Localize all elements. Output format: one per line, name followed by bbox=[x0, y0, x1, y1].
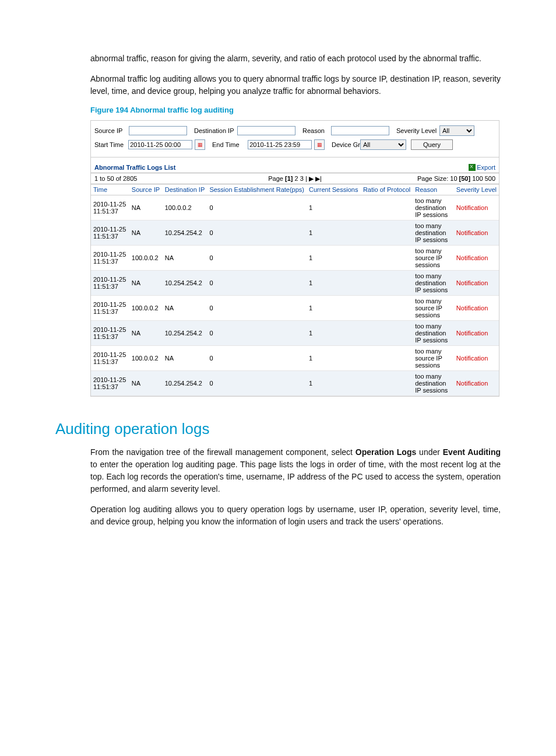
screenshot-abnormal-traffic-log: Source IP Destination IP Reason Severity… bbox=[90, 120, 499, 397]
cell-time: 2010-11-2511:51:37 bbox=[91, 220, 129, 246]
device-group-label: Device Group bbox=[327, 141, 358, 148]
reason-input[interactable] bbox=[331, 126, 389, 135]
col-sessions[interactable]: Current Sessions bbox=[307, 184, 361, 195]
col-source-ip[interactable]: Source IP bbox=[129, 184, 163, 195]
pager-page-1[interactable]: [1] bbox=[285, 175, 293, 182]
cell-sessions: 1 bbox=[307, 246, 361, 271]
cell-time: 2010-11-2511:51:37 bbox=[91, 271, 129, 296]
cell-severity: Notification bbox=[454, 321, 499, 346]
section-heading-auditing-operation-logs: Auditing operation logs bbox=[55, 420, 501, 438]
cell-dest-ip: 100.0.0.2 bbox=[163, 195, 207, 220]
page-size-500[interactable]: 500 bbox=[485, 175, 495, 182]
page-size-50[interactable]: [50] bbox=[459, 175, 471, 182]
pager-page-3[interactable]: 3 bbox=[300, 175, 304, 182]
start-time-input[interactable] bbox=[128, 140, 192, 149]
cell-reason: too many destination IP sessions bbox=[413, 371, 454, 396]
cell-sessions: 1 bbox=[307, 321, 361, 346]
cell-rate: 0 bbox=[207, 246, 307, 271]
cell-source-ip: NA bbox=[129, 195, 163, 220]
query-button[interactable]: Query bbox=[411, 139, 453, 150]
cell-ratio bbox=[361, 271, 413, 296]
col-dest-ip[interactable]: Destination IP bbox=[163, 184, 207, 195]
cell-time: 2010-11-2511:51:37 bbox=[91, 296, 129, 321]
end-time-input[interactable] bbox=[248, 140, 312, 149]
cell-rate: 0 bbox=[207, 321, 307, 346]
cell-dest-ip: NA bbox=[163, 296, 207, 321]
cell-time: 2010-11-2511:51:37 bbox=[91, 371, 129, 396]
cell-ratio bbox=[361, 346, 413, 371]
cell-dest-ip: 10.254.254.2 bbox=[163, 220, 207, 246]
export-label: Export bbox=[477, 164, 495, 171]
cell-source-ip: NA bbox=[129, 371, 163, 396]
severity-label: Severity Level bbox=[392, 127, 437, 134]
pager-next-icon[interactable]: ▶ bbox=[309, 175, 314, 182]
start-time-calendar-icon[interactable]: ▦ bbox=[195, 139, 205, 150]
cell-reason: too many destination IP sessions bbox=[413, 321, 454, 346]
cell-ratio bbox=[361, 296, 413, 321]
cell-time: 2010-11-2511:51:37 bbox=[91, 346, 129, 371]
section-paragraph-2: Operation log auditing allows you to que… bbox=[55, 503, 501, 528]
end-time-label: End Time bbox=[207, 141, 245, 148]
cell-dest-ip: NA bbox=[163, 346, 207, 371]
cell-source-ip: NA bbox=[129, 271, 163, 296]
figure-caption: Figure 194 Abnormal traffic log auditing bbox=[90, 106, 501, 114]
col-reason[interactable]: Reason bbox=[413, 184, 454, 195]
pager-last-icon[interactable]: ▶| bbox=[315, 175, 322, 182]
table-row: 2010-11-2511:51:37100.0.0.2NA01too many … bbox=[91, 296, 499, 321]
export-link[interactable]: Export bbox=[469, 164, 495, 171]
cell-sessions: 1 bbox=[307, 220, 361, 246]
reason-label: Reason bbox=[298, 127, 329, 134]
cell-severity: Notification bbox=[454, 271, 499, 296]
source-ip-input[interactable] bbox=[129, 126, 187, 135]
pager-range: 1 to 50 of 2805 bbox=[94, 175, 137, 182]
export-excel-icon bbox=[469, 164, 476, 171]
cell-ratio bbox=[361, 195, 413, 220]
cell-severity: Notification bbox=[454, 220, 499, 246]
log-table: Time Source IP Destination IP Session Es… bbox=[91, 184, 499, 396]
text-bold-event-auditing: Event Auditing bbox=[443, 447, 501, 457]
page-size-label: Page Size: bbox=[417, 175, 448, 182]
end-time-calendar-icon[interactable]: ▦ bbox=[314, 139, 325, 150]
cell-rate: 0 bbox=[207, 271, 307, 296]
cell-source-ip: NA bbox=[129, 220, 163, 246]
cell-ratio bbox=[361, 220, 413, 246]
table-row: 2010-11-2511:51:37NA10.254.254.201too ma… bbox=[91, 220, 499, 246]
cell-sessions: 1 bbox=[307, 346, 361, 371]
cell-rate: 0 bbox=[207, 371, 307, 396]
cell-dest-ip: 10.254.254.2 bbox=[163, 271, 207, 296]
cell-time: 2010-11-2511:51:37 bbox=[91, 195, 129, 220]
col-rate[interactable]: Session Establishment Rate(pps) bbox=[207, 184, 307, 195]
cell-reason: too many source IP sessions bbox=[413, 246, 454, 271]
table-row: 2010-11-2511:51:37100.0.0.2NA01too many … bbox=[91, 246, 499, 271]
start-time-label: Start Time bbox=[94, 141, 126, 148]
cell-severity: Notification bbox=[454, 346, 499, 371]
cell-reason: too many source IP sessions bbox=[413, 296, 454, 321]
table-row: 2010-11-2511:51:37NA10.254.254.201too ma… bbox=[91, 271, 499, 296]
cell-severity: Notification bbox=[454, 246, 499, 271]
pager-page-label: Page bbox=[268, 175, 283, 182]
cell-dest-ip: NA bbox=[163, 246, 207, 271]
page-size-100[interactable]: 100 bbox=[472, 175, 483, 182]
cell-severity: Notification bbox=[454, 296, 499, 321]
cell-ratio bbox=[361, 321, 413, 346]
device-group-select[interactable]: All bbox=[360, 139, 406, 150]
text-fragment: From the navigation tree of the firewall… bbox=[90, 447, 356, 457]
cell-dest-ip: 10.254.254.2 bbox=[163, 321, 207, 346]
cell-reason: too many destination IP sessions bbox=[413, 271, 454, 296]
cell-sessions: 1 bbox=[307, 296, 361, 321]
col-severity[interactable]: Severity Level bbox=[454, 184, 499, 195]
severity-select[interactable]: All bbox=[439, 125, 474, 136]
pager-page-2[interactable]: 2 bbox=[295, 175, 298, 182]
cell-sessions: 1 bbox=[307, 371, 361, 396]
col-ratio[interactable]: Ratio of Protocol bbox=[361, 184, 413, 195]
cell-source-ip: 100.0.0.2 bbox=[129, 246, 163, 271]
page-size-10[interactable]: 10 bbox=[450, 175, 457, 182]
cell-severity: Notification bbox=[454, 371, 499, 396]
cell-source-ip: 100.0.0.2 bbox=[129, 346, 163, 371]
col-time[interactable]: Time bbox=[91, 184, 129, 195]
filter-panel: Source IP Destination IP Reason Severity… bbox=[91, 121, 499, 158]
dest-ip-input[interactable] bbox=[237, 126, 295, 135]
table-row: 2010-11-2511:51:37NA10.254.254.201too ma… bbox=[91, 371, 499, 396]
cell-sessions: 1 bbox=[307, 271, 361, 296]
cell-source-ip: 100.0.0.2 bbox=[129, 296, 163, 321]
